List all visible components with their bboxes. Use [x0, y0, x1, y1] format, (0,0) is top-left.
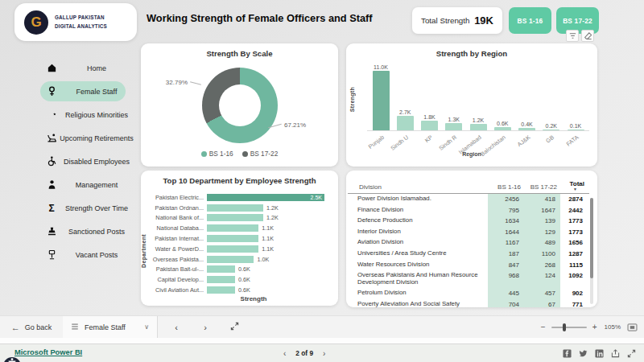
- next-page-button[interactable]: ›: [196, 316, 214, 338]
- bar[interactable]: [207, 235, 258, 242]
- go-back-button[interactable]: ← Go back: [0, 316, 64, 338]
- top10-bar-row[interactable]: Capital Develop...0.6K: [147, 274, 335, 285]
- zoom-control: − + 105%: [535, 316, 644, 338]
- expand-button[interactable]: [225, 316, 243, 338]
- legend-item[interactable]: BS 17-22: [242, 150, 279, 158]
- top10-bar-row[interactable]: Pakistan Electric...2.5K: [147, 192, 335, 203]
- page-title: Working Strength of Female Officers and …: [147, 12, 373, 24]
- eraser-icon[interactable]: [581, 30, 594, 42]
- region-bar-punjab[interactable]: 11.0KPunjab: [370, 64, 391, 130]
- bar[interactable]: [421, 121, 438, 130]
- table-row[interactable]: Water Resources Division8472681115: [346, 259, 597, 270]
- bar[interactable]: [373, 71, 390, 130]
- region-bar-balochistan[interactable]: 0.6KBalochistan: [492, 121, 513, 130]
- chevron-left-icon[interactable]: ‹: [283, 349, 286, 358]
- bar[interactable]: [207, 224, 258, 232]
- region-bar-fata[interactable]: 0.1KFATA: [565, 123, 586, 130]
- sidebar-item-sanctioned-posts[interactable]: Sanctioned Posts: [0, 220, 138, 243]
- table-row[interactable]: Overseas Pakistanis And Human Resource D…: [346, 270, 597, 288]
- sidebar-item-label: Management: [60, 181, 134, 189]
- bar[interactable]: [207, 256, 254, 263]
- table-row[interactable]: Power Division Islamabad.24564182874: [346, 194, 597, 205]
- bar[interactable]: [518, 128, 535, 130]
- filter-button-bs-1-16[interactable]: BS 1-16: [509, 7, 551, 34]
- top10-bar-row[interactable]: Pakistan Internat...1.1K: [147, 233, 335, 244]
- share-icon[interactable]: [611, 349, 620, 358]
- sidebar-item-female-staff[interactable]: Female Staff: [0, 80, 138, 103]
- column-header-division[interactable]: Division: [348, 183, 489, 191]
- donut-chart[interactable]: [202, 68, 278, 143]
- sidebar-item-vacant-posts[interactable]: Vacant Posts: [0, 243, 138, 266]
- bar[interactable]: [207, 265, 235, 273]
- filter-icon[interactable]: [566, 30, 579, 42]
- bar[interactable]: [207, 276, 235, 283]
- top10-bar-row[interactable]: National Databa...1.1K: [147, 223, 335, 233]
- donut-legend: BS 1-16BS 17-22: [141, 150, 338, 158]
- legend-dot: [242, 151, 248, 157]
- zoom-slider[interactable]: [551, 327, 587, 328]
- sidebar-item-strength-over-time[interactable]: ΣStrength Over Time: [0, 196, 138, 220]
- linkedin-icon[interactable]: [595, 349, 604, 358]
- column-header-bs-17-22[interactable]: BS 17-22: [526, 183, 562, 191]
- zoom-in-icon[interactable]: +: [587, 323, 603, 331]
- bar[interactable]: 2.5K: [207, 194, 324, 201]
- sidebar-item-upcoming-retirements[interactable]: Upcoming Retirements: [0, 126, 138, 150]
- sidebar-item-religious-minorities[interactable]: Religious Minorities: [0, 103, 138, 126]
- sidebar-item-home[interactable]: Home: [0, 56, 138, 80]
- region-bar-aj-k[interactable]: 0.4KAJ&K: [517, 121, 538, 130]
- legend-item[interactable]: BS 1-16: [201, 150, 233, 158]
- twitter-icon[interactable]: [579, 349, 588, 358]
- powerbi-link[interactable]: Microsoft Power BI: [14, 348, 82, 356]
- cell-bs-1-16: 968: [488, 270, 524, 288]
- bar[interactable]: [207, 286, 235, 294]
- fit-to-page-icon[interactable]: [627, 323, 638, 331]
- bar[interactable]: [543, 130, 559, 130]
- page-tab-female-staff[interactable]: Female Staff ∨: [63, 316, 158, 338]
- table-row[interactable]: Finance Division79516472442: [346, 205, 597, 216]
- top10-bar-row[interactable]: Pakistan Bait-ul-...0.6K: [147, 265, 335, 275]
- bar[interactable]: [397, 116, 414, 130]
- bar[interactable]: [445, 123, 462, 130]
- division-table-body: Power Division Islamabad.24564182874Fina…: [346, 194, 597, 307]
- region-bar-kp[interactable]: 1.8KKP: [419, 114, 440, 130]
- column-header-bs-1-16[interactable]: BS 1-16: [489, 183, 526, 191]
- top10-bar-row[interactable]: Water & PowerD...1.1K: [147, 244, 335, 254]
- chevron-right-icon[interactable]: ›: [323, 349, 325, 358]
- table-row[interactable]: Defence Production16341391773: [346, 216, 597, 227]
- table-row[interactable]: Aviation Division11674891656: [346, 237, 597, 249]
- zoom-slider-handle[interactable]: [563, 323, 566, 331]
- prev-page-button[interactable]: ‹: [167, 316, 185, 338]
- sidebar-item-management[interactable]: Management: [0, 173, 138, 196]
- cell-bs-17-22: 129: [524, 227, 560, 238]
- facebook-icon[interactable]: [563, 349, 572, 358]
- table-row[interactable]: Universities / Area Study Centre18711001…: [346, 249, 597, 260]
- region-bar-gb[interactable]: 0.2KGB: [541, 123, 562, 130]
- top10-bar-row[interactable]: National Bank of...1.2K: [147, 213, 335, 224]
- region-bar-sindh-r[interactable]: 1.3KSindh R: [444, 117, 464, 130]
- table-row[interactable]: Interior Division16441291773: [346, 227, 597, 238]
- total-strength-label: Total Strength: [421, 16, 469, 25]
- bar[interactable]: [494, 127, 511, 130]
- cell-bs-1-16: 1167: [488, 237, 524, 249]
- top10-bar-row[interactable]: Pakistan Ordnan...1.2K: [147, 203, 335, 213]
- bar[interactable]: [207, 204, 263, 212]
- sidebar-item-disabled-employees[interactable]: Disabled Employees: [0, 150, 138, 173]
- fullscreen-icon[interactable]: [627, 349, 636, 358]
- bar[interactable]: [207, 245, 258, 253]
- table-row[interactable]: Petrolum Division445457902: [346, 288, 597, 299]
- table-scrollbar-thumb[interactable]: [590, 198, 593, 278]
- cell-division: Defence Production: [346, 216, 488, 227]
- zoom-out-icon[interactable]: −: [535, 323, 551, 331]
- table-row[interactable]: Poverty Alleviation And Social Safety Di…: [346, 299, 597, 307]
- region-bar-islamabad[interactable]: 1.2KIslamabad: [468, 117, 489, 130]
- top10-bar-row[interactable]: Overseas Pakista...1.0K: [147, 254, 335, 265]
- bar[interactable]: [207, 214, 263, 221]
- region-bar-sindh-u[interactable]: 2.7KSindh U: [394, 109, 415, 130]
- department-label: Water & PowerD...: [147, 245, 207, 253]
- top10-bar-row[interactable]: Civil Aviation Aut...0.6K: [147, 285, 335, 295]
- bar[interactable]: [568, 130, 584, 130]
- bar-category-label: FATA: [565, 134, 580, 148]
- cell-total: 1287: [560, 249, 584, 260]
- bar[interactable]: [470, 124, 487, 130]
- column-header-total[interactable]: Total▼: [562, 180, 586, 191]
